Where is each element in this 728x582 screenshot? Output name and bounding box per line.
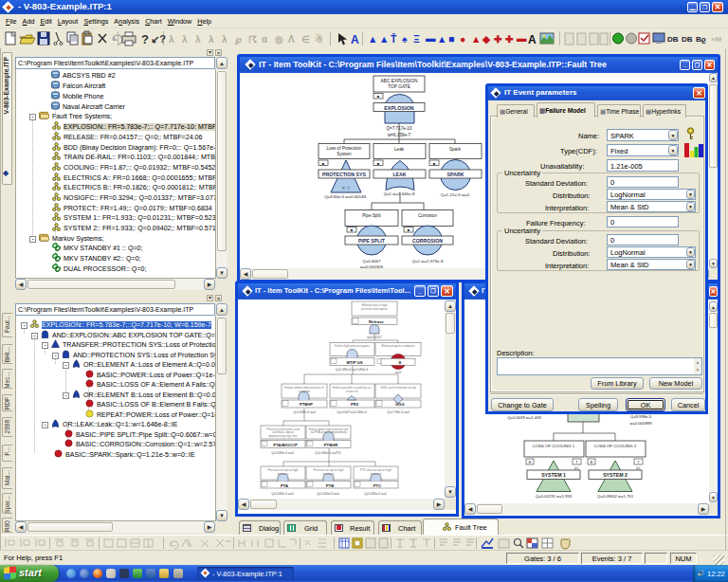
svg-text:Q=0.09402 w=1.751: Q=0.09402 w=1.751 (597, 494, 634, 499)
svg-text:✚: ✚ (505, 33, 514, 45)
svg-text:☃: ☃ (315, 33, 323, 45)
svg-text:pressure and rupture: pressure and rupture (361, 307, 388, 311)
svg-text:LEAK: LEAK (392, 172, 406, 177)
svg-text:Q=5.080e-6 w=0: Q=5.080e-6 w=0 (271, 492, 294, 496)
svg-text:Release: Release (369, 319, 385, 324)
svg-text:Q=0.01231 w=1.933: Q=0.01231 w=1.933 (536, 494, 573, 499)
svg-text:P - T: P - T (342, 187, 350, 191)
svg-text:▲: ▲ (368, 33, 377, 45)
svg-text:▲: ▲ (379, 33, 389, 45)
svg-text:PTC: PTC (373, 483, 381, 488)
svg-text:Βϱ: Βϱ (696, 35, 706, 44)
svg-text:Failure high pressure gases: Failure high pressure gases (335, 344, 371, 348)
svg-text:↙?: ↙? (151, 33, 166, 45)
svg-text:λ: λ (169, 34, 174, 45)
svg-text:LOSS OF COOLING 1: LOSS OF COOLING 1 (533, 444, 575, 448)
svg-text:◎: ◎ (275, 34, 283, 45)
svg-text:Q=3.84e-6 w=0.00148: Q=3.84e-6 w=0.00148 (324, 194, 366, 199)
svg-text:Leak: Leak (394, 147, 405, 152)
svg-text:Q=1.21e-5 w=0: Q=1.21e-5 w=0 (441, 192, 470, 197)
svg-text:»Μ: »Μ (711, 35, 721, 44)
svg-text:℘: ℘ (235, 34, 242, 45)
svg-text:λ: λ (182, 34, 188, 45)
svg-text:☈: ☈ (248, 34, 257, 45)
svg-text:Q=5.080e-6 w=P12: Q=5.080e-6 w=P12 (315, 451, 341, 455)
svg-text:▬: ▬ (517, 32, 527, 44)
svg-text:LOSS OF COOLING 2: LOSS OF COOLING 2 (594, 444, 637, 448)
svg-text:w=0.000999: w=0.000999 (630, 421, 653, 426)
svg-text:Q=5.080e-6 w=0: Q=5.080e-6 w=0 (317, 492, 339, 496)
svg-text:●: ● (460, 33, 465, 45)
svg-text:PTA/BIOCCP: PTA/BIOCCP (273, 443, 298, 447)
svg-text:λ: λ (209, 34, 214, 45)
svg-text:A: A (528, 33, 537, 46)
svg-text:■: ■ (448, 33, 454, 45)
svg-text:Q=9.999e-5: Q=9.999e-5 (630, 414, 652, 419)
svg-text:Q=0.0019 w=1.463: Q=0.0019 w=1.463 (507, 415, 541, 420)
svg-text:▬: ▬ (426, 32, 436, 44)
svg-text:Q=1 w=1.646e-8: Q=1 w=1.646e-8 (384, 191, 415, 196)
svg-text:SPARK: SPARK (447, 172, 464, 177)
svg-text:PIPE SPLIT: PIPE SPLIT (358, 238, 386, 244)
svg-text:A: A (351, 33, 359, 46)
svg-text:α: α (262, 34, 268, 45)
svg-text:Loss of Protection: Loss of Protection (327, 146, 362, 151)
svg-text:MTIP GS: MTIP GS (346, 360, 362, 365)
svg-text:PTBHP: PTBHP (300, 402, 313, 407)
svg-text:∈: ∈ (301, 34, 310, 45)
svg-text:GGG cycle terminate on trip: GGG cycle terminate on trip (380, 386, 416, 390)
svg-text:Q=2.708e-4 w=0: Q=2.708e-4 w=0 (387, 410, 410, 414)
svg-text:Λ: Λ (288, 34, 295, 45)
svg-text:▲: ▲ (471, 33, 481, 45)
svg-text:SYSTEM 2: SYSTEM 2 (603, 472, 628, 478)
svg-text:TOP GATE: TOP GATE (388, 84, 410, 89)
svg-text:ABC EXPLOSION: ABC EXPLOSION (381, 79, 418, 83)
svg-text:SYSTEM 1: SYSTEM 1 (541, 472, 566, 478)
svg-text:Q=5.080e-6 w=0: Q=5.080e-6 w=0 (293, 410, 316, 414)
svg-text:PTA: PTA (281, 483, 288, 488)
svg-text:GGG: GGG (395, 402, 405, 407)
svg-text:Q=5.080e-6 w=5.080e-6: Q=5.080e-6 w=5.080e-6 (336, 368, 369, 372)
svg-text:w=6.159e-7: w=6.159e-7 (388, 133, 411, 137)
svg-text:Q=5.080e-6 w=0: Q=5.080e-6 w=0 (271, 451, 294, 455)
svg-text:PR3: PR3 (351, 402, 359, 407)
svg-text:compater: compater (299, 390, 311, 393)
svg-text:PTBHR: PTBHR (324, 443, 337, 447)
svg-text:Q=5.080e-6 w=0: Q=5.080e-6 w=0 (364, 492, 387, 496)
svg-text:PROTECTION SYS: PROTECTION SYS (322, 172, 366, 177)
svg-text:w=0: w=0 (395, 371, 401, 374)
svg-text:Spark: Spark (449, 147, 462, 152)
svg-text:Q=7.717e-10: Q=7.717e-10 (387, 126, 412, 131)
svg-text:Released gases combusts: Released gases combusts (381, 344, 415, 348)
svg-text:pressure: pressure (323, 472, 335, 476)
svg-text:via PTA action independently: via PTA action independently (310, 430, 347, 434)
svg-text:Q=0.0007 w=5.080e-6: Q=0.0007 w=5.080e-6 (337, 410, 367, 414)
svg-text:PTB: PTB (326, 483, 334, 488)
svg-text:pressure: pressure (278, 472, 289, 476)
svg-text:w=0.04157: w=0.04157 (367, 336, 382, 339)
svg-text:E: E (529, 460, 532, 464)
svg-text:λ: λ (195, 34, 201, 45)
svg-text:?: ? (141, 32, 149, 46)
svg-text:System: System (337, 152, 351, 156)
svg-text:✚: ✚ (494, 33, 502, 45)
svg-text:Q=1 w=2.573e-8: Q=1 w=2.573e-8 (412, 259, 444, 264)
svg-text:▲: ▲ (437, 33, 446, 45)
svg-text:◆: ◆ (482, 33, 491, 45)
svg-text:rosion etc: rosion etc (346, 390, 359, 393)
svg-text:depressuring urge free: depressuring urge free (268, 434, 298, 438)
svg-text:Pipe Split: Pipe Split (362, 213, 381, 218)
svg-text:DΒ: DΒ (682, 35, 693, 44)
svg-text:Ť: Ť (391, 33, 397, 45)
svg-text:EXPLOSION: EXPLOSION (384, 105, 414, 111)
svg-text:Q=0.6067: Q=0.6067 (362, 259, 381, 264)
svg-text:DΒ: DΒ (667, 35, 679, 44)
svg-text:λ: λ (222, 34, 228, 45)
svg-text:CORROSION: CORROSION (412, 238, 443, 244)
svg-text:Ξ: Ξ (413, 33, 420, 45)
svg-text:pressure: pressure (371, 472, 382, 476)
svg-text:Corrosion: Corrosion (418, 213, 437, 218)
svg-text:♠: ♠ (402, 33, 408, 45)
svg-text:E: E (591, 460, 593, 464)
